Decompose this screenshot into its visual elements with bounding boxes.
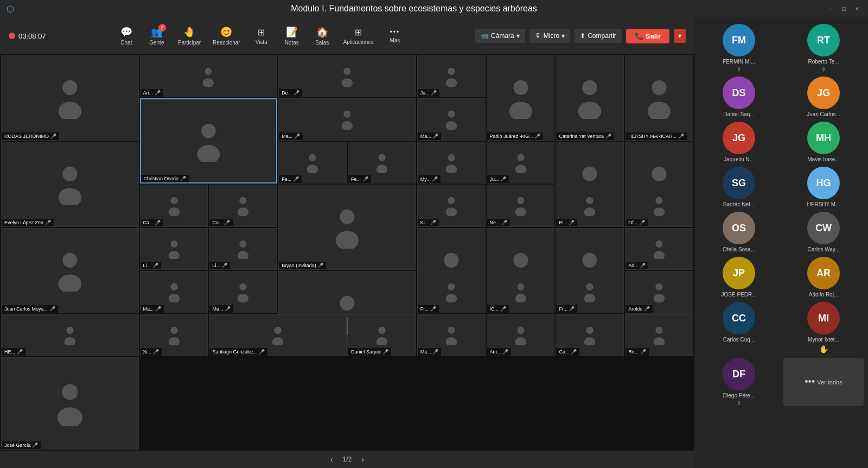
participate-button[interactable]: 🤚 Participar xyxy=(174,24,205,48)
svg-point-68 xyxy=(448,283,455,290)
video-cell[interactable]: Li... 🎤 xyxy=(140,228,208,270)
rooms-button[interactable]: 🏠 Salas xyxy=(309,24,336,48)
video-cell[interactable]: HERSHY MARICAR... 🎤 xyxy=(625,55,693,141)
svg-point-16 xyxy=(343,111,350,118)
prev-page-button[interactable]: ‹ xyxy=(327,455,336,464)
video-cell[interactable]: De... 🎤 xyxy=(278,55,416,97)
close-button[interactable]: ✕ xyxy=(853,4,861,13)
video-cell[interactable]: Aroldo 🎤 xyxy=(625,271,693,313)
video-cell[interactable]: Daniel Saquic 🎤 xyxy=(348,314,416,356)
sidebar-participant-rt[interactable]: RT Roberto Te... 🎙 xyxy=(783,24,864,72)
participate-icon: 🤚 xyxy=(183,26,195,38)
sidebar-participant-ds[interactable]: DS Daniel Saq... xyxy=(699,77,779,117)
minimize-button[interactable]: ─ xyxy=(827,4,835,13)
video-cell[interactable]: Xi... 🎤 xyxy=(140,314,208,356)
video-cell[interactable]: Ne... 🎤 xyxy=(487,185,555,226)
avatar-df: DF xyxy=(723,358,755,390)
view-button[interactable]: ⊞ Vista xyxy=(248,25,275,47)
mic-button[interactable]: 🎙 Micro ▾ xyxy=(529,29,570,43)
video-cell[interactable]: El... 🎤 xyxy=(556,185,624,226)
video-cell[interactable]: Fe... 🎤 xyxy=(278,142,347,184)
svg-point-25 xyxy=(376,165,388,173)
people-label: Gente xyxy=(149,40,164,46)
apps-button[interactable]: ⊞ Aplicaciones xyxy=(339,25,378,47)
video-cell[interactable]: Li... 🎤 xyxy=(209,228,277,270)
svg-point-26 xyxy=(448,154,455,161)
mic-chevron[interactable]: ▾ xyxy=(561,32,565,40)
video-participant-label: Ca... 🎤 xyxy=(141,219,164,226)
sidebar-participant-df[interactable]: DF Diego Pére... 🎙 xyxy=(699,358,779,406)
sidebar-participant-jg2[interactable]: JG Jaquelin N... xyxy=(699,122,779,162)
sidebar-participant-sg[interactable]: SG Sadrác Nef... xyxy=(699,167,779,207)
video-cell[interactable]: José García 🎤 xyxy=(1,357,139,450)
video-cell[interactable]: Ro... 🎤 xyxy=(625,314,693,356)
svg-point-28 xyxy=(517,154,524,161)
name-sg: Sadrác Nef... xyxy=(723,201,755,207)
video-cell[interactable]: Ma... 🎤 xyxy=(140,271,208,313)
people-button[interactable]: 👥 2 Gente xyxy=(143,24,170,48)
leave-button[interactable]: 📞 Salir xyxy=(626,29,669,43)
camera-chevron[interactable]: ▾ xyxy=(516,32,520,40)
svg-point-93 xyxy=(376,337,388,346)
video-cell[interactable]: Evelyn López Zea 🎤 xyxy=(1,142,139,227)
video-cell[interactable]: Ca... 🎤 xyxy=(209,185,277,226)
video-cell[interactable]: Bryan (Invitado) 🎤 xyxy=(278,185,416,270)
video-cell[interactable]: HE... 🎤 xyxy=(1,314,139,356)
video-cell[interactable]: Ca... 🎤 xyxy=(140,185,208,226)
sidebar-participant-cc[interactable]: CC Carlos Cuq... xyxy=(699,302,779,353)
sidebar-participant-jp[interactable]: JP JOSE PEDR... xyxy=(699,257,779,298)
svg-point-6 xyxy=(448,68,455,75)
sidebar-participant-mh[interactable]: MH Mavis Irase... xyxy=(783,122,864,162)
sidebar-participant-mi[interactable]: MI Mynor Ixtet... ✋ xyxy=(783,302,864,353)
record-status: 03:08:07 xyxy=(9,32,46,40)
video-cell[interactable]: Of... 🎤 xyxy=(625,185,693,226)
video-cell[interactable]: Christian Osorio 🎤 xyxy=(140,98,278,184)
video-cell[interactable]: Ja... 🎤 xyxy=(417,55,486,97)
video-participant-label: Ca... 🎤 xyxy=(556,348,579,356)
sidebar-participant-hg[interactable]: HG HERSHY M... xyxy=(783,167,864,207)
video-cell[interactable]: Catarina Yat Ventura 🎤 xyxy=(556,55,624,141)
video-cell[interactable]: Ki... 🎤 xyxy=(417,185,486,226)
video-cell[interactable]: Ma... 🎤 xyxy=(209,271,277,313)
sidebar-participant-os[interactable]: OS Ofelia Sosa... xyxy=(699,212,779,252)
video-cell[interactable]: RODAS JERÓNIMO 🎤 xyxy=(1,55,139,141)
video-cell[interactable]: Santiago Gonzalez... 🎤 xyxy=(209,314,347,356)
video-cell[interactable]: IC... 🎤 xyxy=(487,271,555,313)
restore-button[interactable]: ⊡ xyxy=(840,4,848,13)
video-cell[interactable]: Ma... 🎤 xyxy=(417,98,486,140)
sidebar-participant-fm[interactable]: FM FERMIN Mi... 🎙 xyxy=(699,24,779,72)
share-button[interactable]: ⬆ Compartir xyxy=(575,29,622,43)
sidebar-participant-cw[interactable]: CW Carlos Way... xyxy=(783,212,864,252)
see-all-button[interactable]: ••• Ver todos xyxy=(783,358,864,406)
video-cell[interactable]: Ad... 🎤 xyxy=(625,228,693,270)
video-cell[interactable]: Ma... 🎤 xyxy=(278,98,416,140)
video-cell[interactable]: Ca... 🎤 xyxy=(556,314,624,356)
rooms-icon: 🏠 xyxy=(316,26,328,38)
chat-button[interactable]: 💬 Chat xyxy=(113,24,140,48)
leave-chevron-button[interactable]: ▾ xyxy=(674,29,686,43)
svg-point-50 xyxy=(170,241,177,248)
react-button[interactable]: 😊 Reaccionar xyxy=(208,24,245,48)
video-cell[interactable]: Fr... 🎤 xyxy=(556,271,624,313)
video-cell[interactable]: An... 🎤 xyxy=(140,55,278,97)
video-cell[interactable]: Ma... 🎤 xyxy=(417,314,486,356)
video-cell[interactable]: Ju... 🎤 xyxy=(487,142,555,184)
video-cell[interactable]: My... 🎤 xyxy=(417,142,486,184)
video-cell[interactable]: Juan Carlos Moya... 🎤 xyxy=(1,228,139,313)
next-page-button[interactable]: › xyxy=(358,455,367,464)
sidebar-participant-ar[interactable]: AR Adolfo Roj... xyxy=(783,257,864,298)
notes-button[interactable]: 📝 Notas xyxy=(278,24,305,48)
video-cell[interactable]: Fe... 🎤 xyxy=(348,142,416,184)
sidebar-participant-jg1[interactable]: JG Juan Carlos... xyxy=(783,77,864,117)
video-participant-label: Fe... 🎤 xyxy=(279,175,302,183)
window-controls[interactable]: ⋯ ─ ⊡ ✕ xyxy=(814,4,861,13)
svg-point-95 xyxy=(654,294,665,302)
camera-button[interactable]: 📹 Cámara ▾ xyxy=(475,29,525,43)
video-cell[interactable]: Pablo Juárez -MG... 🎤 xyxy=(487,55,555,141)
video-participant-label: Bryan (Invitado) 🎤 xyxy=(279,262,326,269)
pagination-bar: ‹ 1/2 › xyxy=(0,451,694,468)
more-button[interactable]: ••• Más xyxy=(381,26,409,46)
video-cell[interactable]: Am... 🎤 xyxy=(487,314,555,356)
video-cell[interactable]: Fr... 🎤 xyxy=(417,271,486,313)
more-options-icon[interactable]: ⋯ xyxy=(814,4,822,13)
